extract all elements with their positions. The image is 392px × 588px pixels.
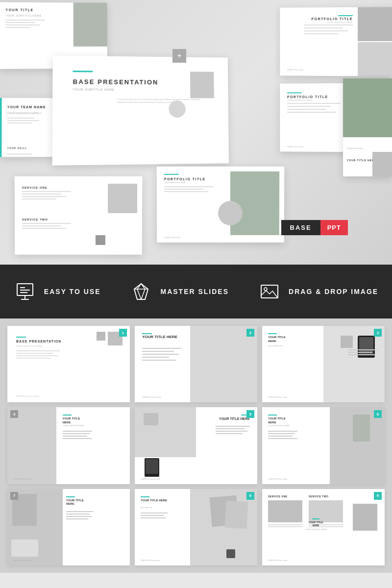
thumb-8-subtitle: your title here bbox=[141, 506, 152, 509]
thumb-6-subtitle: YOUR SUBTITLE HERE bbox=[268, 424, 290, 427]
thumb-7-number: 7 bbox=[10, 492, 18, 500]
slide-services: SERVICE ONE SERVICE TWO bbox=[15, 176, 143, 255]
easy-to-use-label: EASY TO USE bbox=[44, 288, 101, 295]
diamond-icon bbox=[130, 280, 152, 303]
features-banner: EASY TO USE MASTER SLIDES DRAG & DROP IM… bbox=[0, 265, 392, 318]
presentation-icon bbox=[14, 280, 36, 303]
thumb-1-subtitle: YOUR SUBTITLE HERE bbox=[16, 345, 42, 347]
slide-main-subtitle: YOUR SUBTITLE HERE bbox=[73, 88, 114, 91]
thumbnail-2: 2 YOUR TITLE HERE SUBTITLE Goes Here bbox=[135, 326, 257, 402]
slide-tl-subtitle: YOUR SUBTITLE HERE bbox=[5, 14, 42, 17]
thumbnail-7: 7 YOUR TITLEHERE SUBTITLE Goes Here bbox=[7, 489, 130, 565]
thumb-4-footer: SUBTITLE Goes Here bbox=[13, 478, 33, 480]
thumb-4-subtitle: YOUR SUBTITLE HERE bbox=[63, 424, 84, 427]
thumb-1-footer: SUBTITLE Goes Here bbox=[16, 395, 40, 397]
thumb-8-footer: SUBTITLE Goes Here bbox=[141, 559, 160, 562]
thumbnail-9: 9 SERVICE ONE SERVICE TWO YOUR TITLEHERE… bbox=[262, 489, 385, 565]
thumb-6-footer: SUBTITLE Goes Here bbox=[268, 478, 288, 480]
thumb-1-number: 1 bbox=[119, 329, 127, 337]
thumb-9-col2-title: SERVICE TWO bbox=[309, 495, 343, 498]
plus-icon: + bbox=[172, 49, 186, 63]
svg-rect-9 bbox=[261, 285, 278, 298]
thumb-3-footer: SUBTITLE Goes Here bbox=[268, 396, 288, 398]
slide-portfolio-tr: PORTFOLIO TITLE YOUR SUBTITLE HERE Subti… bbox=[280, 7, 392, 76]
svg-marker-6 bbox=[134, 284, 148, 299]
thumb-7-footer: SUBTITLE Goes Here bbox=[13, 559, 33, 562]
slide-main: BASE PRESENTATION YOUR SUBTITLE HERE Lor… bbox=[52, 55, 229, 165]
image-icon bbox=[258, 280, 281, 303]
thumb-2-title: YOUR TITLE HERE bbox=[142, 335, 177, 340]
thumbnail-1: 1 BASE PRESENTATION YOUR SUBTITLE HERE S… bbox=[7, 326, 130, 402]
slide-main-title: BASE PRESENTATION bbox=[73, 78, 159, 86]
top-presentation-mockup: YOUR TITLE YOUR SUBTITLE HERE YOUR TEAM … bbox=[0, 0, 392, 265]
badge-ppt: PPT bbox=[320, 220, 348, 235]
feature-drag-drop: DRAG & DROP IMAGE bbox=[258, 280, 378, 303]
master-slides-label: MASTER SLIDES bbox=[160, 288, 229, 295]
thumb-4-number: 4 bbox=[10, 410, 18, 418]
thumbnail-3: 3 YOUR TITLEHERE your subtitle here SUBT… bbox=[262, 326, 385, 402]
thumb-2-footer: SUBTITLE Goes Here bbox=[142, 396, 162, 398]
thumb-1-title: BASE PRESENTATION bbox=[16, 340, 61, 343]
slide-portfolio-mid-title: PORTFOLIO TITLE bbox=[164, 177, 206, 181]
thumb-9-center-title: YOUR TITLEHERE bbox=[305, 521, 327, 527]
thumb-6-title: YOUR TITLEHERE bbox=[268, 417, 286, 425]
slide-portfolio-mr-title: PORTFOLIO TITLE bbox=[287, 95, 328, 98]
slide-tl-title: YOUR TITLE bbox=[5, 8, 33, 12]
thumb-9-number: 9 bbox=[374, 492, 382, 500]
thumb-4-title: YOUR TITLEHERE bbox=[63, 417, 80, 425]
feature-easy-to-use: EASY TO USE bbox=[14, 280, 101, 303]
slide-team-title: YOUR TEAM NAME bbox=[7, 105, 46, 109]
slide-tl-image bbox=[74, 2, 107, 47]
thumb-6-number: 6 bbox=[374, 410, 382, 418]
thumb-2-number: 2 bbox=[246, 329, 254, 337]
thumb-8-title: YOUR TITLE HERE bbox=[141, 499, 167, 503]
slide-portfolio-tr-title: PORTFOLIO TITLE bbox=[312, 17, 353, 21]
thumb-3-title: YOUR TITLEHERE bbox=[268, 336, 286, 343]
thumb-9-footer: SUBTITLE Goes Here bbox=[268, 559, 288, 562]
thumb-3-number: 3 bbox=[374, 329, 382, 337]
thumbnail-8: 8 YOUR TITLE HERE your title here SUBTIT… bbox=[135, 489, 257, 565]
thumbnails-grid: 1 BASE PRESENTATION YOUR SUBTITLE HERE S… bbox=[0, 318, 392, 573]
feature-master-slides: MASTER SLIDES bbox=[130, 280, 229, 303]
thumb-8-number: 8 bbox=[246, 492, 254, 500]
thumb-5-number: 5 bbox=[246, 410, 254, 418]
thumb-9-col1-title: SERVICE ONE bbox=[268, 495, 302, 498]
badge-base: BASE bbox=[281, 220, 320, 235]
thumbnail-6: 6 YOUR TITLEHERE YOUR SUBTITLE HERE SUBT… bbox=[262, 407, 385, 484]
thumbnail-4: 4 YOUR TITLEHERE YOUR SUBTITLE HERE SUBT… bbox=[7, 407, 130, 484]
slide-portfolio-mid: PORTFOLIO TITLE YOUR SUBTITLE HERE Subti… bbox=[157, 167, 285, 243]
slide-main-body: Lorem ipsum dolor sit amet, consectetur … bbox=[118, 98, 205, 104]
drag-drop-label: DRAG & DROP IMAGE bbox=[289, 288, 378, 295]
svg-point-10 bbox=[264, 288, 267, 291]
thumb-7-title: YOUR TITLEHERE bbox=[66, 499, 84, 507]
thumb-3-subtitle: your subtitle here bbox=[268, 344, 283, 347]
product-badge: BASE PPT bbox=[281, 220, 348, 235]
thumb-5-footer: SUBTITLE Goes Here bbox=[141, 478, 160, 480]
thumbnail-5: 5 YOUR TITLE HERE SUBTITLE Goes Here bbox=[135, 407, 257, 484]
slide-tall-right: YOUR TITLE HERE Subtitle Goes Here bbox=[343, 78, 392, 176]
slide-tall-right-title: YOUR TITLE HERE bbox=[347, 159, 376, 162]
thumb-5-title: YOUR TITLE HERE bbox=[219, 417, 250, 420]
